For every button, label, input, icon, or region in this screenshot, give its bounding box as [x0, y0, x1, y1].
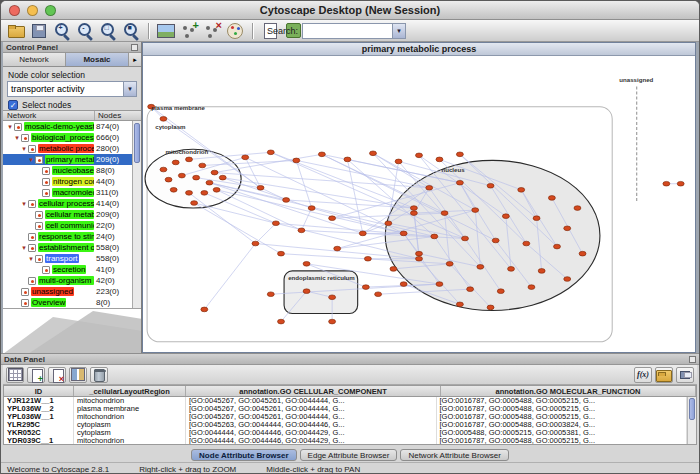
graph-node[interactable]: [186, 157, 193, 162]
graph-node[interactable]: [362, 285, 369, 290]
tree-item-nucleobase[interactable]: nucleobase...88(0): [3, 165, 132, 176]
graph-node[interactable]: [193, 175, 200, 180]
tree-item-macromolecule[interactable]: macromolecule...311(0): [3, 187, 132, 198]
network-overview-thumbnail[interactable]: [3, 308, 141, 353]
table-scrollbar-thumb[interactable]: [689, 398, 695, 420]
graph-node[interactable]: [410, 211, 417, 216]
tree-item-transport[interactable]: ▾transport558(0): [3, 253, 132, 264]
zoom-out-icon[interactable]: -: [75, 21, 95, 41]
graph-node[interactable]: [160, 117, 167, 122]
graph-node[interactable]: [410, 206, 417, 211]
node-color-dropdown[interactable]: transporter activity ▾: [7, 81, 137, 97]
tree-expand-icon[interactable]: ▾: [20, 143, 28, 154]
network-canvas[interactable]: plasma membranecytoplasmmitochondrionnuc…: [143, 56, 695, 352]
graph-node[interactable]: [436, 282, 443, 287]
column-header[interactable]: _cellularLayoutRegion: [74, 386, 186, 396]
graph-node[interactable]: [213, 187, 220, 192]
tab-scroll-right-icon[interactable]: ▸: [129, 53, 141, 66]
graph-node[interactable]: [293, 158, 300, 163]
graph-node[interactable]: [242, 155, 249, 160]
tree-scrollbar[interactable]: [132, 121, 141, 308]
delete-attribute-icon[interactable]: [48, 367, 66, 383]
graph-edge[interactable]: [245, 157, 260, 187]
graph-node[interactable]: [492, 238, 499, 243]
graph-node[interactable]: [497, 289, 504, 294]
graph-node[interactable]: [395, 159, 402, 164]
graph-node[interactable]: [334, 246, 341, 251]
graph-node[interactable]: [477, 265, 484, 270]
data-panel-float-icon[interactable]: [689, 356, 696, 363]
graph-node[interactable]: [211, 170, 218, 175]
graph-node[interactable]: [431, 234, 438, 239]
graph-node[interactable]: [456, 152, 463, 157]
graph-node[interactable]: [385, 221, 392, 226]
new-network-icon[interactable]: [179, 21, 199, 41]
graph-node[interactable]: [329, 295, 336, 300]
graph-node[interactable]: [533, 216, 540, 221]
graph-node[interactable]: [252, 241, 259, 246]
graph-node[interactable]: [554, 244, 561, 249]
graph-edge[interactable]: [194, 203, 281, 254]
graph-edge[interactable]: [223, 178, 312, 208]
zoom-in-icon[interactable]: +: [52, 21, 72, 41]
tree-item-secretion[interactable]: secretion41(0): [3, 264, 132, 275]
graph-node[interactable]: [390, 267, 397, 272]
graph-node[interactable]: [191, 201, 198, 206]
tree-expand-icon[interactable]: ▾: [6, 121, 14, 132]
graph-node[interactable]: [278, 251, 285, 256]
graph-node[interactable]: [298, 228, 305, 233]
tree-expand-icon[interactable]: ▾: [20, 242, 28, 253]
dropdown-arrow-icon[interactable]: ▾: [123, 82, 136, 96]
graph-node[interactable]: [579, 251, 586, 256]
graph-node[interactable]: [416, 251, 423, 256]
attribute-columns-icon[interactable]: [69, 367, 87, 383]
graph-node[interactable]: [436, 157, 443, 162]
destroy-network-icon[interactable]: [202, 21, 222, 41]
tab-edge-attribute-browser[interactable]: Edge Attribute Browser: [300, 449, 398, 461]
tree-item-multi-organism-pro[interactable]: multi-organism pro...42(0): [3, 275, 132, 286]
graph-node[interactable]: [178, 173, 185, 178]
graph-node[interactable]: [160, 167, 167, 172]
graph-node[interactable]: [201, 191, 208, 196]
tree-expand-icon[interactable]: ▾: [13, 132, 21, 143]
export-attributes-icon[interactable]: [676, 367, 694, 383]
tree-item-overview[interactable]: Overview8(0): [3, 297, 132, 308]
table-scrollbar[interactable]: [687, 397, 696, 444]
tree-item-cellular-metabo[interactable]: cellular metabo...209(0): [3, 209, 132, 220]
graph-node[interactable]: [416, 153, 423, 158]
graph-node[interactable]: [441, 211, 448, 216]
graph-node[interactable]: [329, 319, 336, 324]
graph-node[interactable]: [278, 319, 285, 324]
tree-item-biological-process[interactable]: ▾biological_process666(0): [3, 132, 132, 143]
graph-node[interactable]: [303, 261, 310, 266]
close-button[interactable]: [9, 5, 20, 16]
tab-network[interactable]: Network: [3, 53, 66, 66]
column-header[interactable]: ID: [4, 386, 74, 396]
graphics-details-icon[interactable]: [156, 21, 176, 41]
tree-item-cell-communica[interactable]: cell communica...22(0): [3, 220, 132, 231]
tree-item-cellular-process[interactable]: ▾cellular process414(0): [3, 198, 132, 209]
tree-item-establishment-of-lo[interactable]: ▾establishment of lo...558(0): [3, 242, 132, 253]
graph-node[interactable]: [416, 256, 423, 261]
graph-node[interactable]: [472, 208, 479, 213]
graph-node[interactable]: [523, 241, 530, 246]
table-row[interactable]: YDR039C__1mitochondrion[GO:0044444, GO:0…: [4, 437, 687, 444]
graph-node[interactable]: [400, 231, 407, 236]
graph-node[interactable]: [170, 187, 177, 192]
tree-item-nitrogen-compo[interactable]: nitrogen compo...44(0): [3, 176, 132, 187]
tree-expand-icon[interactable]: ▾: [27, 253, 35, 264]
column-header[interactable]: annotation.GO MOLECULAR_FUNCTION: [441, 386, 696, 396]
graph-node[interactable]: [364, 256, 371, 261]
graph-node[interactable]: [267, 292, 274, 297]
graph-node[interactable]: [206, 180, 213, 185]
minimize-button[interactable]: [27, 5, 38, 16]
graph-node[interactable]: [165, 177, 172, 182]
graph-edge[interactable]: [255, 223, 275, 243]
graph-node[interactable]: [564, 277, 571, 282]
tree-expand-icon[interactable]: ▾: [27, 154, 35, 165]
graph-node[interactable]: [375, 292, 382, 297]
open-session-icon[interactable]: [6, 21, 26, 41]
function-builder-icon[interactable]: f(x): [634, 367, 652, 383]
graph-node[interactable]: [456, 180, 463, 185]
graph-edge[interactable]: [204, 244, 255, 310]
